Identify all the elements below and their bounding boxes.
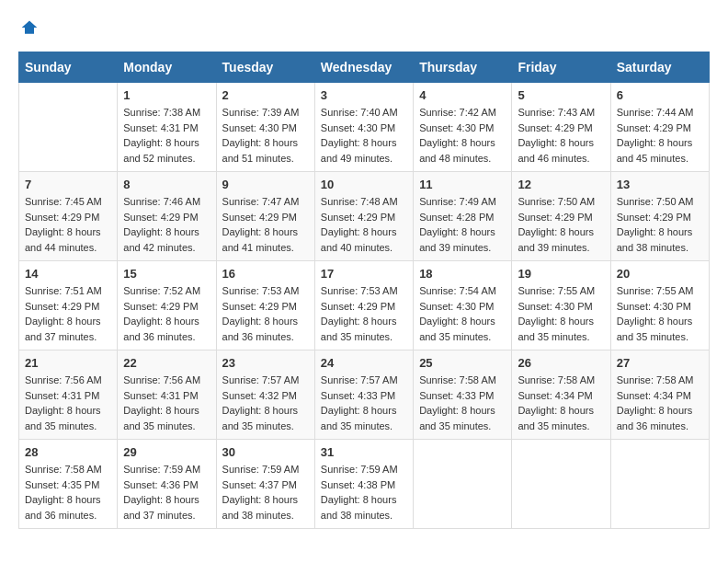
cell-content-line: Sunrise: 7:51 AM [25, 283, 111, 299]
cell-content-line: Sunrise: 7:58 AM [25, 462, 111, 477]
day-number: 17 [321, 267, 407, 281]
cell-content-line: Daylight: 8 hours [321, 224, 407, 240]
header-row: SundayMondayTuesdayWednesdayThursdayFrid… [19, 52, 710, 83]
logo-icon [20, 18, 39, 37]
cell-content-line: Daylight: 8 hours [419, 224, 506, 240]
calendar-cell: 2Sunrise: 7:39 AMSunset: 4:30 PMDaylight… [216, 83, 314, 172]
cell-content-line: Sunset: 4:29 PM [321, 299, 407, 315]
day-number: 19 [518, 267, 604, 281]
cell-content-line: Sunrise: 7:38 AM [123, 105, 210, 121]
calendar-cell: 13Sunrise: 7:50 AMSunset: 4:29 PMDayligh… [610, 172, 709, 261]
cell-content-line: and 35 minutes. [518, 329, 604, 345]
calendar-cell: 26Sunrise: 7:58 AMSunset: 4:34 PMDayligh… [512, 350, 610, 440]
cell-content-line: Daylight: 8 hours [321, 492, 407, 508]
cell-content-line: Daylight: 8 hours [518, 224, 604, 240]
day-number: 4 [419, 88, 506, 102]
calendar-cell: 24Sunrise: 7:57 AMSunset: 4:33 PMDayligh… [314, 350, 413, 440]
cell-content-line: Daylight: 8 hours [518, 403, 604, 419]
cell-content-line: and 36 minutes. [123, 329, 210, 345]
column-header-saturday: Saturday [610, 52, 709, 83]
cell-content-line: Sunset: 4:29 PM [222, 299, 309, 315]
cell-content-line: Daylight: 8 hours [321, 314, 407, 329]
cell-content-line: and 38 minutes. [617, 240, 703, 256]
cell-content-line: and 41 minutes. [222, 240, 309, 256]
cell-content-line: Sunset: 4:29 PM [617, 210, 703, 225]
day-number: 18 [419, 267, 506, 281]
cell-content-line: Daylight: 8 hours [123, 492, 210, 508]
cell-content-line: Sunrise: 7:56 AM [123, 373, 210, 388]
calendar-cell [414, 440, 512, 529]
cell-content-line: Daylight: 8 hours [321, 403, 407, 419]
cell-content-line: Sunset: 4:31 PM [25, 388, 111, 404]
cell-content-line: and 35 minutes. [123, 419, 210, 434]
header [18, 18, 710, 37]
cell-content-line: Sunrise: 7:57 AM [222, 373, 309, 388]
day-number: 13 [617, 178, 703, 191]
week-row-3: 14Sunrise: 7:51 AMSunset: 4:29 PMDayligh… [19, 261, 710, 350]
cell-content-line: Daylight: 8 hours [222, 314, 309, 329]
calendar-cell: 23Sunrise: 7:57 AMSunset: 4:32 PMDayligh… [216, 350, 314, 440]
calendar-cell: 8Sunrise: 7:46 AMSunset: 4:29 PMDaylight… [118, 172, 216, 261]
day-number: 10 [321, 178, 407, 191]
cell-content-line: and 35 minutes. [617, 329, 703, 345]
cell-content-line: Sunrise: 7:43 AM [518, 105, 604, 121]
cell-content-line: and 40 minutes. [321, 240, 407, 256]
day-number: 15 [123, 267, 210, 281]
cell-content-line: Sunrise: 7:55 AM [617, 283, 703, 299]
cell-content-line: Sunrise: 7:59 AM [123, 462, 210, 477]
day-number: 2 [222, 88, 309, 102]
cell-content-line: and 46 minutes. [518, 151, 604, 167]
cell-content-line: Sunset: 4:30 PM [419, 121, 506, 136]
cell-content-line: and 38 minutes. [222, 508, 309, 523]
cell-content-line: Sunset: 4:31 PM [123, 121, 210, 136]
cell-content-line: Sunrise: 7:58 AM [617, 373, 703, 388]
cell-content-line: Sunset: 4:30 PM [222, 121, 309, 136]
cell-content-line: Sunset: 4:29 PM [25, 210, 111, 225]
day-number: 25 [419, 356, 506, 370]
cell-content-line: Sunrise: 7:56 AM [25, 373, 111, 388]
calendar-cell: 6Sunrise: 7:44 AMSunset: 4:29 PMDaylight… [610, 83, 709, 172]
logo [18, 18, 39, 37]
calendar-cell: 14Sunrise: 7:51 AMSunset: 4:29 PMDayligh… [19, 261, 118, 350]
calendar-cell: 19Sunrise: 7:55 AMSunset: 4:30 PMDayligh… [512, 261, 610, 350]
calendar-cell: 1Sunrise: 7:38 AMSunset: 4:31 PMDaylight… [118, 83, 216, 172]
cell-content-line: Daylight: 8 hours [518, 314, 604, 329]
cell-content-line: and 36 minutes. [222, 329, 309, 345]
cell-content-line: Sunset: 4:33 PM [419, 388, 506, 404]
column-header-tuesday: Tuesday [216, 52, 314, 83]
cell-content-line: Daylight: 8 hours [25, 403, 111, 419]
day-number: 11 [419, 178, 506, 191]
calendar-cell [610, 440, 709, 529]
calendar-cell: 29Sunrise: 7:59 AMSunset: 4:36 PMDayligh… [118, 440, 216, 529]
cell-content-line: Sunrise: 7:47 AM [222, 194, 309, 210]
cell-content-line: Daylight: 8 hours [419, 135, 506, 151]
cell-content-line: Sunset: 4:29 PM [518, 210, 604, 225]
calendar-cell: 5Sunrise: 7:43 AMSunset: 4:29 PMDaylight… [512, 83, 610, 172]
calendar-table: SundayMondayTuesdayWednesdayThursdayFrid… [18, 52, 710, 529]
cell-content-line: Daylight: 8 hours [617, 135, 703, 151]
cell-content-line: and 44 minutes. [25, 240, 111, 256]
calendar-cell [19, 83, 118, 172]
cell-content-line: Sunset: 4:30 PM [419, 299, 506, 315]
day-number: 12 [518, 178, 604, 191]
calendar-cell [512, 440, 610, 529]
cell-content-line: Sunset: 4:32 PM [222, 388, 309, 404]
cell-content-line: and 35 minutes. [222, 419, 309, 434]
cell-content-line: Sunset: 4:29 PM [222, 210, 309, 225]
week-row-1: 1Sunrise: 7:38 AMSunset: 4:31 PMDaylight… [19, 83, 710, 172]
cell-content-line: Daylight: 8 hours [222, 224, 309, 240]
calendar-cell: 28Sunrise: 7:58 AMSunset: 4:35 PMDayligh… [19, 440, 118, 529]
cell-content-line: Daylight: 8 hours [617, 314, 703, 329]
cell-content-line: Sunset: 4:29 PM [25, 299, 111, 315]
calendar-cell: 12Sunrise: 7:50 AMSunset: 4:29 PMDayligh… [512, 172, 610, 261]
cell-content-line: Sunrise: 7:53 AM [222, 283, 309, 299]
calendar-cell: 30Sunrise: 7:59 AMSunset: 4:37 PMDayligh… [216, 440, 314, 529]
cell-content-line: Sunrise: 7:50 AM [617, 194, 703, 210]
cell-content-line: and 38 minutes. [321, 508, 407, 523]
svg-marker-0 [22, 21, 38, 34]
cell-content-line: Sunset: 4:29 PM [617, 121, 703, 136]
cell-content-line: Sunrise: 7:53 AM [321, 283, 407, 299]
day-number: 3 [321, 88, 407, 102]
cell-content-line: and 36 minutes. [25, 508, 111, 523]
cell-content-line: Daylight: 8 hours [518, 135, 604, 151]
